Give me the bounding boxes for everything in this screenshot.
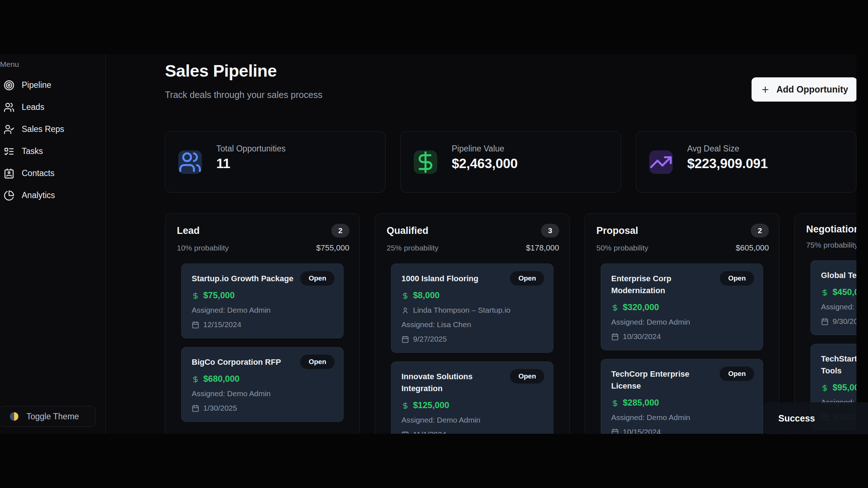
deal-date: 9/30/2024: [833, 317, 856, 326]
column-cards: Open1000 Island Flooring$8,000Linda Thom…: [391, 264, 553, 434]
sidebar-item-tasks[interactable]: Tasks: [0, 140, 105, 162]
add-opportunity-button[interactable]: Add Opportunity: [752, 77, 856, 102]
dollar-icon-wrap: [611, 304, 619, 311]
deal-amount: $75,000: [203, 290, 235, 300]
dollar-icon: [401, 402, 409, 410]
add-opportunity-label: Add Opportunity: [776, 84, 848, 95]
sidebar-item-label: Sales Reps: [22, 124, 64, 134]
list-todo-icon: [4, 146, 14, 157]
page-title: Sales Pipeline: [165, 61, 277, 81]
success-toast: Success: [763, 402, 868, 434]
half-moon-icon: [10, 412, 18, 421]
calendar-icon-wrap: [401, 431, 409, 434]
stat-label: Pipeline Value: [452, 144, 504, 154]
app-window: Menu PipelineLeadsSales RepsTasksContact…: [0, 54, 856, 434]
pie-chart-icon: [4, 190, 14, 201]
column-title: Negotiation: [806, 224, 856, 235]
deal-assigned: Assigned: Demo Admin: [821, 302, 856, 312]
dollar-icon: [401, 292, 409, 300]
column-title: Lead: [177, 225, 200, 236]
deal-assigned: Assigned: Demo Admin: [192, 305, 271, 315]
deal-card[interactable]: OpenInnovate Solutions Integration$125,0…: [391, 361, 553, 434]
deal-amount: $680,000: [203, 374, 239, 384]
calendar-icon-wrap: [611, 333, 619, 341]
deal-card[interactable]: OpenBigCo Corporation RFP$680,000Assigne…: [181, 347, 344, 422]
deal-card[interactable]: OpenGlobal Tech$450,000Assigned: Demo Ad…: [810, 260, 856, 335]
column-count-badge: 2: [751, 224, 769, 237]
toggle-theme-button[interactable]: Toggle Theme: [0, 406, 95, 427]
status-badge: Open: [720, 271, 754, 286]
dollar-icon: [611, 399, 619, 407]
sidebar-item-label: Pipeline: [22, 80, 51, 90]
deal-date: 9/27/2025: [413, 334, 447, 344]
dollar-icon-wrap: [192, 375, 199, 383]
calendar-icon: [192, 321, 199, 329]
status-badge: Open: [300, 355, 335, 369]
column-probability: 50% probability: [596, 244, 648, 252]
dollar-icon: [611, 304, 619, 312]
column-cards: OpenStartup.io Growth Package$75,000Assi…: [181, 264, 344, 422]
sidebar-item-leads[interactable]: Leads: [0, 96, 105, 118]
users-icon: [4, 102, 14, 113]
column-total-value: $755,000: [316, 243, 349, 253]
sidebar-item-label: Leads: [22, 102, 44, 112]
calendar-icon-wrap: [611, 428, 619, 434]
stat-value: $2,463,000: [452, 156, 518, 171]
dollar-icon-wrap: [401, 292, 409, 299]
column-count-badge: 2: [331, 224, 349, 237]
calendar-icon: [192, 404, 199, 412]
deal-card[interactable]: OpenStartup.io Growth Package$75,000Assi…: [181, 264, 344, 338]
column-total-value: $178,000: [526, 243, 559, 253]
stat-label: Total Opportunities: [216, 144, 286, 154]
deal-assigned: Assigned: Demo Admin: [611, 317, 690, 327]
dollar-icon: [821, 289, 829, 296]
stat-icon-tile: [178, 150, 202, 174]
deal-assigned: Assigned: Demo Admin: [401, 415, 480, 425]
sidebar-menu-label: Menu: [0, 60, 19, 69]
trending-up-icon: [649, 150, 673, 174]
sidebar-item-sales-reps[interactable]: Sales Reps: [0, 118, 105, 140]
deal-date: 12/15/2024: [203, 320, 241, 329]
status-badge: Open: [510, 271, 544, 286]
dollar-icon: [192, 292, 199, 300]
deal-amount: $125,000: [413, 400, 449, 410]
deal-amount: $320,000: [623, 302, 659, 312]
deal-amount: $285,000: [623, 398, 659, 408]
deal-title: TechStartup Developer Tools: [821, 353, 856, 377]
deal-date: 10/30/2024: [623, 332, 661, 341]
calendar-icon: [401, 431, 409, 434]
sidebar-item-contacts[interactable]: Contacts: [0, 162, 105, 184]
deal-date: 10/15/2024: [623, 427, 661, 434]
status-badge: Open: [300, 271, 335, 286]
column-count-badge: 3: [541, 224, 559, 237]
dollar-icon-wrap: [821, 384, 829, 391]
sidebar-item-label: Contacts: [22, 168, 55, 178]
deal-assigned: Assigned: Demo Admin: [192, 389, 271, 398]
user-check-icon: [4, 124, 14, 135]
stat-icon-tile: [649, 150, 673, 174]
stat-label: Avg Deal Size: [687, 144, 739, 154]
deal-card[interactable]: Open1000 Island Flooring$8,000Linda Thom…: [391, 264, 553, 353]
kanban-board: Lead210% probability$755,000OpenStartup.…: [165, 213, 856, 434]
deal-card[interactable]: OpenTechCorp Enterprise License$285,000A…: [601, 359, 763, 434]
stat-card: Pipeline Value$2,463,000: [400, 131, 621, 193]
calendar-icon-wrap: [401, 335, 409, 343]
plus-icon: [761, 85, 770, 94]
calendar-icon-wrap: [192, 321, 199, 329]
deal-card[interactable]: OpenEnterprise Corp Modernization$320,00…: [601, 264, 763, 350]
contact-icon: [4, 168, 14, 179]
column-cards: OpenEnterprise Corp Modernization$320,00…: [601, 264, 763, 434]
sidebar-item-analytics[interactable]: Analytics: [0, 184, 105, 206]
target-icon: [4, 80, 14, 91]
sidebar-item-pipeline[interactable]: Pipeline: [0, 74, 105, 96]
main-content: Sales Pipeline Track deals through your …: [106, 54, 856, 434]
dollar-icon: [821, 384, 829, 392]
users-icon: [178, 150, 202, 174]
column-title: Proposal: [596, 225, 638, 236]
toggle-theme-label: Toggle Theme: [26, 412, 79, 421]
column-probability: 75% probability: [806, 241, 856, 249]
deal-date: 11/1/2024: [413, 430, 446, 434]
column-total-value: $605,000: [736, 243, 769, 253]
stat-value: $223,909.091: [687, 156, 768, 171]
dollar-icon-wrap: [611, 399, 619, 407]
